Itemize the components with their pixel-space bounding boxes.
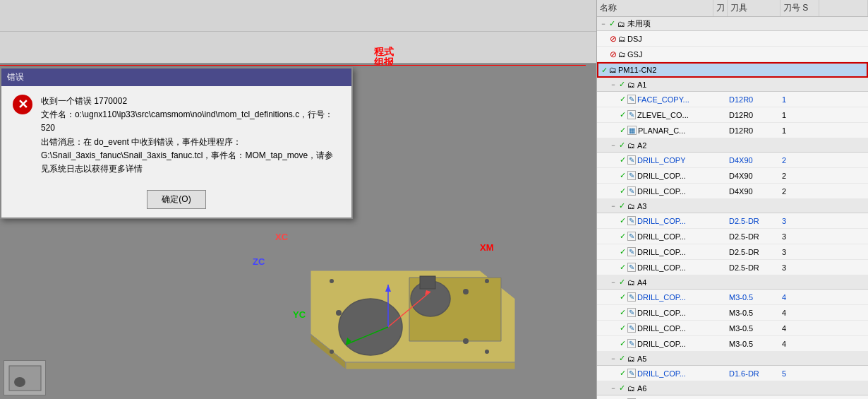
expand-icon[interactable]: － [610, 354, 617, 364]
tool-cell: D2.5-DR [728, 232, 780, 241]
error-file-line: 文件名：o:\ugnx110\ip33\src\camsmom\no\ind\m… [41, 108, 340, 135]
op-icon: ✎ [627, 186, 636, 196]
toolno-cell: 4 [780, 293, 819, 302]
item-label: GSJ [627, 50, 642, 59]
op-icon: ✎ [627, 216, 636, 225]
group-header-row: － ✓ 🗂 A1 [597, 78, 868, 92]
right-panel-tree[interactable]: － ✓ 🗂 未用项 ⊘ 🗂 DSJ ⊘ 🗂 GSJ [597, 17, 868, 399]
no-icon: ⊘ [610, 49, 617, 59]
folder-icon: 🗂 [618, 35, 626, 43]
tree-row[interactable]: ✓ ✎ DRILL_COP... M3-0.5 4 [597, 336, 868, 352]
ok-button[interactable]: 确定(O) [147, 190, 205, 209]
check-icon: ✓ [620, 232, 626, 241]
svg-point-4 [339, 299, 402, 355]
check-icon: ✓ [620, 126, 626, 135]
group-header-row: － ✓ 🗂 A4 [597, 275, 868, 290]
tree-row[interactable]: ✓ ✎ DRILL_COP... M2-0.4 6 [597, 395, 868, 399]
group-label: A4 [637, 278, 646, 287]
item-label: DRILL_COP... [637, 187, 686, 196]
group-header-row: － ✓ 🗂 A2 [597, 138, 868, 153]
thumbnail-svg [6, 362, 44, 394]
tool-cell: D4X90 [728, 172, 780, 180]
toolno-cell: 2 [780, 172, 819, 180]
folder-icon: 🗂 [627, 278, 635, 287]
tree-row[interactable]: ✓ ✎ ZLEVEL_CO... D12R0 1 [597, 107, 868, 123]
error-dialog-title: 错误 [1, 69, 351, 86]
tree-row[interactable]: ✓ ✎ DRILL_COP... M3-0.5 4 [597, 305, 868, 321]
group-label: A5 [637, 355, 646, 363]
right-panel: 名称 刀 刀具 刀号 S － ✓ 🗂 未用项 ⊘ 🗂 DSJ [596, 0, 868, 399]
tree-row[interactable]: ✓ ✎ DRILL_COP... D4X90 2 [597, 184, 868, 199]
check-icon: ✓ [601, 66, 608, 75]
tool-cell: D12R0 [728, 111, 780, 119]
op-icon: ✎ [627, 369, 636, 378]
expand-icon[interactable]: － [610, 141, 617, 150]
item-label: DRILL_COPY [637, 156, 685, 165]
toolno-cell: 3 [780, 232, 819, 241]
svg-rect-6 [420, 276, 435, 289]
tool-cell: D2.5-DR [728, 217, 780, 225]
check-icon: ✓ [619, 383, 625, 393]
tree-row[interactable]: ⊘ 🗂 GSJ [597, 47, 868, 62]
toolno-cell: 1 [780, 95, 819, 104]
group-label: A3 [637, 202, 646, 210]
expand-icon[interactable]: － [610, 201, 617, 211]
check-icon: ✓ [620, 247, 626, 256]
toolno-cell: 2 [780, 187, 819, 196]
svg-point-21 [14, 377, 25, 387]
folder-icon: 🗂 [618, 50, 626, 59]
col-header-name: 名称 [597, 0, 713, 16]
item-label: DRILL_COP... [637, 309, 686, 317]
col-header-toolno: 刀号 S [780, 0, 819, 16]
error-message-line: 出错消息：在 do_event 中收到错误，事件处理程序：G:\Snail_3a… [41, 136, 340, 177]
folder-icon: 🗂 [627, 202, 635, 210]
top-toolbar [0, 0, 596, 64]
toolbar-row1 [0, 0, 596, 32]
tree-row[interactable]: ✓ ✎ DRILL_COP... D4X90 2 [597, 168, 868, 184]
tree-row[interactable]: ✓ ✎ DRILL_COP... D2.5-DR 3 [597, 213, 868, 229]
tree-row[interactable]: ✓ ✎ DRILL_COPY D4X90 2 [597, 153, 868, 168]
item-label: DRILL_COP... [637, 232, 686, 241]
op-icon: ✎ [627, 308, 636, 317]
tree-row[interactable]: ✓ ✎ DRILL_COP... M3-0.5 4 [597, 321, 868, 336]
tree-row[interactable]: ✓ ✎ DRILL_COP... D2.5-DR 3 [597, 260, 868, 275]
op-icon: ✎ [627, 110, 636, 119]
toolno-cell: 1 [780, 126, 819, 135]
op-icon: ✎ [627, 247, 636, 256]
tree-row[interactable]: ✓ ✎ DRILL_COP... D2.5-DR 3 [597, 244, 868, 260]
expand-icon[interactable]: － [610, 80, 617, 90]
expand-icon[interactable]: － [600, 19, 607, 29]
tool-cell: M3-0.5 [728, 293, 780, 302]
tree-row[interactable]: ⊘ 🗂 DSJ [597, 31, 868, 47]
tool-cell: D12R0 [728, 95, 780, 104]
toolno-cell: 1 [780, 111, 819, 119]
check-icon: ✓ [620, 339, 626, 348]
col-header-knife: 刀 [713, 0, 728, 16]
expand-icon[interactable]: － [610, 278, 617, 287]
toolno-cell: 2 [780, 156, 819, 165]
error-dialog: 错误 ✕ 收到一个错误 1770002 文件名：o:\ugnx110\ip33\… [0, 67, 353, 219]
check-icon: ✓ [620, 186, 626, 196]
svg-marker-2 [346, 362, 515, 369]
check-icon: ✓ [620, 292, 626, 302]
tree-row[interactable]: ✓ ✎ FACE_COPY... D12R0 1 [597, 92, 868, 107]
expand-icon[interactable]: － [610, 383, 617, 393]
check-icon: ✓ [620, 263, 626, 272]
group-header-row: － ✓ 🗂 A3 [597, 199, 868, 213]
tree-row[interactable]: ✓ ✎ DRILL_COP... D1.6-DR 5 [597, 366, 868, 381]
op-icon: ✎ [627, 292, 636, 302]
item-label: DRILL_COP... [637, 293, 686, 302]
svg-point-9 [330, 350, 334, 354]
svg-point-10 [485, 350, 489, 354]
check-icon: ✓ [620, 323, 626, 333]
tree-row[interactable]: ✓ ▦ PLANAR_C... D12R0 1 [597, 123, 868, 138]
tree-row[interactable]: ✓ 🗂 PM11-CN2 [597, 62, 868, 78]
tree-row[interactable]: ✓ ✎ DRILL_COP... M3-0.5 4 [597, 290, 868, 305]
tree-row[interactable]: ✓ ✎ DRILL_COP... D2.5-DR 3 [597, 229, 868, 244]
item-label: DSJ [627, 35, 642, 43]
check-icon: ✓ [619, 201, 625, 210]
op2-icon: ▦ [627, 126, 637, 135]
tool-cell: D1.6-DR [728, 369, 780, 378]
group-header-row: － ✓ 🗂 A6 [597, 381, 868, 395]
check-icon: ✓ [619, 354, 625, 363]
